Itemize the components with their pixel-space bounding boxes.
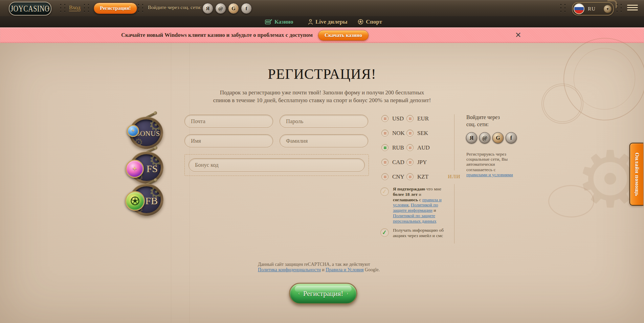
currency-option-eur[interactable]: EUR	[406, 115, 430, 122]
currency-label: KZT	[417, 174, 428, 180]
social-panel-prompt: Войдите через соц. сети:	[466, 114, 510, 128]
russia-flag-icon	[574, 3, 584, 14]
badge-label: FS	[147, 163, 158, 175]
bonus-code-field[interactable]	[188, 158, 365, 172]
slot-machine-icon	[265, 19, 272, 25]
age-terms-checkbox[interactable]: ✓	[380, 187, 389, 196]
currency-option-sek[interactable]: SEK	[406, 130, 430, 137]
login-link[interactable]: Вход	[69, 5, 81, 11]
bonus-badge: ⚙ ⚙ BONUS +	[129, 117, 163, 149]
paper-crease-decor	[171, 43, 171, 323]
divider-line	[454, 114, 454, 170]
google-login-icon[interactable]: G	[228, 3, 239, 14]
download-banner: Скачайте новый Windows клиент казино и з…	[0, 27, 644, 43]
badge-label: FB	[145, 195, 158, 207]
radio-icon[interactable]	[381, 115, 388, 122]
menu-icon[interactable]	[627, 5, 638, 10]
header-bar: JOYCASINO Вход Регистрация! Войдите чере…	[0, 0, 644, 17]
promo-checkbox[interactable]: ✓	[380, 228, 389, 237]
radio-icon-selected[interactable]	[381, 144, 388, 151]
agree-bold: более 18 лет	[393, 192, 418, 197]
currency-option-kzt[interactable]: KZT	[406, 173, 430, 180]
currency-option-cad[interactable]: CAD	[381, 159, 405, 166]
check-icon: ✓	[382, 188, 387, 195]
soccer-ball-icon	[358, 19, 363, 25]
tab-label: Спорт	[366, 19, 382, 25]
banner-content: Скачайте новый Windows клиент казино и з…	[121, 27, 369, 43]
mailru-login-icon[interactable]: @	[215, 3, 226, 14]
divider-line	[454, 184, 454, 244]
paper-crease-decor	[190, 43, 190, 323]
agree-bold: Я подтверждаю	[393, 186, 425, 191]
tab-label: Казино	[274, 19, 293, 25]
agree-bold: соглашаюсь	[393, 197, 418, 202]
register-submit-button[interactable]: ‹ Регистрация! ›	[289, 283, 357, 304]
personal-data-policy-link[interactable]: Политикой по защите персональных данных	[393, 213, 437, 224]
email-field[interactable]	[184, 115, 273, 128]
arrow-left-icon: ‹	[298, 291, 300, 296]
firstname-field[interactable]	[184, 134, 273, 147]
google-terms-link[interactable]: Правила и Условия	[326, 267, 363, 272]
language-selector[interactable]: RU ▼	[572, 2, 614, 16]
radio-icon[interactable]	[406, 144, 414, 151]
dealer-person-icon	[308, 19, 313, 25]
radio-icon[interactable]	[406, 115, 414, 122]
currency-label: RUB	[392, 144, 404, 151]
close-icon[interactable]: ✕	[515, 31, 521, 39]
soccer-ball-icon	[130, 196, 140, 206]
radio-icon[interactable]	[381, 130, 388, 137]
facebook-login-icon[interactable]: f	[506, 132, 517, 143]
password-field[interactable]	[280, 115, 368, 128]
tab-casino[interactable]: Казино	[265, 16, 293, 27]
check-icon: ✓	[382, 229, 387, 236]
banner-text: Скачайте новый Windows клиент казино и з…	[121, 32, 313, 39]
rivets-decor	[560, 4, 566, 12]
plus-orb-icon: +	[127, 125, 139, 137]
radio-icon[interactable]	[406, 130, 414, 137]
currency-option-usd[interactable]: USD	[381, 115, 405, 122]
chevron-down-icon[interactable]: ▼	[603, 5, 612, 13]
plus-orb-icon: +	[126, 160, 144, 178]
currency-label: EUR	[417, 115, 429, 122]
or-label: ИЛИ	[446, 174, 462, 180]
currency-label: AUD	[417, 144, 430, 151]
currency-column-left: USD NOK RUB CAD CNY	[381, 115, 405, 180]
main-content: ⚙	[0, 43, 644, 323]
mailru-login-icon[interactable]: @	[479, 132, 490, 143]
logo[interactable]: JOYCASINO	[9, 2, 51, 16]
header-register-button[interactable]: Регистрация!	[94, 3, 137, 14]
radio-icon[interactable]	[381, 173, 388, 180]
currency-column-right: EUR SEK AUD JPY KZT	[406, 115, 430, 180]
stain-ring-decor	[548, 185, 594, 217]
online-help-tab[interactable]: Онлайн помощь	[629, 143, 643, 206]
subtitle-line2: спинов в течение 10 дней, бесплатную ста…	[213, 97, 431, 103]
logo-text: JOYCASINO	[10, 4, 50, 14]
social-panel-buttons: Я @ G f	[466, 132, 517, 143]
tab-live-dealers[interactable]: Live дилеры	[308, 16, 348, 27]
currency-option-rub[interactable]: RUB	[381, 144, 405, 151]
rivets-decor	[84, 4, 89, 12]
nav-bar: Казино Live дилеры Спорт	[0, 16, 644, 28]
page: JOYCASINO Вход Регистрация! Войдите чере…	[0, 0, 644, 323]
tab-sport[interactable]: Спорт	[358, 16, 382, 27]
currency-option-jpy[interactable]: JPY	[406, 159, 430, 166]
social-terms-link[interactable]: правилами и условиями	[466, 172, 513, 177]
yandex-login-icon[interactable]: Я	[466, 132, 477, 143]
radio-icon[interactable]	[381, 159, 388, 166]
currency-option-nok[interactable]: NOK	[381, 130, 405, 137]
lastname-field[interactable]	[280, 134, 368, 147]
facebook-login-icon[interactable]: f	[241, 3, 252, 14]
currency-label: NOK	[392, 130, 405, 137]
currency-label: CAD	[392, 159, 404, 166]
radio-icon[interactable]	[406, 173, 414, 180]
privacy-policy-link[interactable]: Политика конфиденциальности	[258, 267, 321, 272]
currency-option-aud[interactable]: AUD	[406, 144, 430, 151]
rivets-decor	[60, 4, 66, 12]
download-casino-button[interactable]: Скачать казино	[318, 30, 369, 41]
yandex-login-icon[interactable]: Я	[202, 3, 213, 14]
google-login-icon[interactable]: G	[492, 132, 504, 143]
promo-text: Получать информацию об акциях через имей…	[393, 228, 445, 238]
currency-option-cny[interactable]: CNY	[381, 173, 405, 180]
currency-label: JPY	[417, 159, 427, 166]
radio-icon[interactable]	[406, 159, 414, 166]
